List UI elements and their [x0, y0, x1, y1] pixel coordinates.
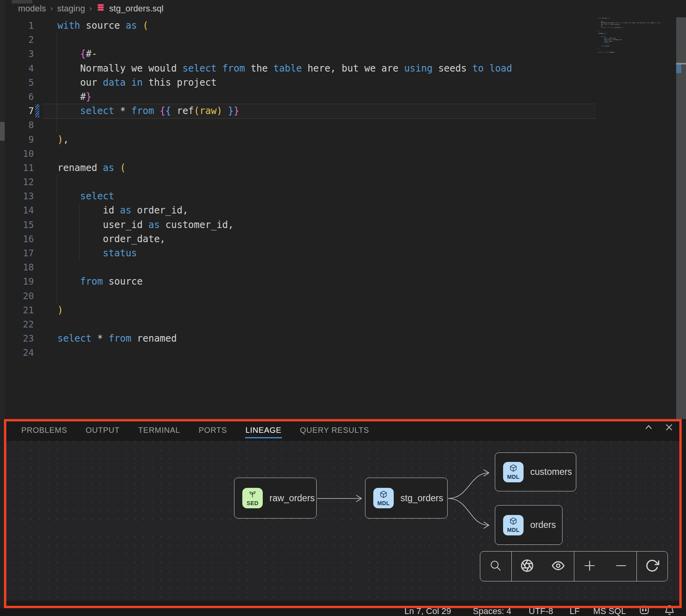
code-editor[interactable]: 1with source as (23 {#-4 Normally we wou…: [5, 17, 595, 420]
mdl-badge: MDL: [503, 515, 524, 535]
code-text: our data in this project: [57, 75, 217, 90]
code-line: 15 user_id as customer_id,: [5, 218, 595, 232]
code-line: 6 #}: [5, 90, 595, 104]
code-text: user_id as customer_id,: [57, 218, 234, 232]
line-number: 6: [5, 90, 34, 104]
tab-lineage[interactable]: LINEAGE: [245, 425, 282, 435]
breadcrumb-item-models[interactable]: models: [18, 4, 46, 14]
tab-ports[interactable]: PORTS: [199, 425, 227, 435]
badge-label: MDL: [507, 527, 520, 533]
tab-query-results[interactable]: QUERY RESULTS: [300, 425, 369, 435]
code-line: 16 order_date,: [5, 232, 595, 246]
eye-button[interactable]: [543, 552, 574, 581]
code-text: order_date,: [57, 232, 166, 246]
line-number: 11: [5, 161, 34, 175]
code-line: 17 status: [5, 246, 595, 260]
node-label: stg_orders: [400, 493, 443, 504]
badge-label: SED: [247, 500, 258, 506]
overview-modified-marker: [676, 64, 681, 73]
scrollbar[interactable]: [676, 17, 686, 419]
modified-line-marker: [35, 104, 39, 118]
status-item-lf[interactable]: LF: [570, 606, 580, 616]
code-text: select: [57, 189, 114, 203]
toolbar-group: [480, 552, 511, 581]
toolbar-group: [511, 552, 574, 581]
code-line: 14 id as order_id,: [5, 203, 595, 217]
lineage-canvas[interactable]: SEDraw_ordersMDLstg_ordersMDLcustomersMD…: [6, 441, 680, 601]
line-number: 7: [5, 104, 34, 118]
line-number: 22: [5, 317, 34, 331]
breadcrumb-file[interactable]: stg_orders.sql: [109, 4, 164, 14]
code-line: 20: [5, 289, 595, 303]
status-bar: Ln 7, Col 29Spaces: 4UTF-8LFMS SQL: [0, 608, 686, 616]
code-text: {#-: [57, 47, 97, 61]
panel-tab-bar: PROBLEMSOUTPUTTERMINALPORTSLINEAGEQUERY …: [5, 419, 686, 441]
badge-label: MDL: [377, 500, 390, 506]
code-line: 2: [5, 33, 595, 47]
status-item-spaces[interactable]: Spaces: 4: [473, 606, 511, 616]
line-number: 10: [5, 147, 34, 161]
lineage-toolbar: [480, 551, 668, 581]
line-number: 20: [5, 289, 34, 303]
tab-problems[interactable]: PROBLEMS: [21, 425, 67, 435]
zoom-in-button[interactable]: [574, 552, 605, 581]
left-scrollbar-thumb[interactable]: [0, 122, 5, 141]
code-line: 11renamed as (: [5, 161, 595, 175]
line-number: 14: [5, 203, 34, 217]
copilot-icon[interactable]: [638, 605, 651, 616]
toolbar-group: [636, 552, 668, 581]
collapse-panel-button[interactable]: [644, 422, 654, 434]
notifications-icon[interactable]: [664, 605, 675, 616]
code-text: select * from {{ ref(raw) }}: [57, 104, 239, 118]
eye-icon: [551, 559, 566, 574]
aperture-button[interactable]: [512, 552, 543, 581]
lineage-node-raw_orders[interactable]: SEDraw_orders: [234, 478, 317, 519]
lineage-node-orders[interactable]: MDLorders: [495, 505, 562, 545]
node-label: raw_orders: [269, 493, 315, 504]
database-icon: [96, 3, 105, 14]
code-text: Normally we would select from the table …: [57, 61, 512, 75]
status-item-utf-8[interactable]: UTF-8: [529, 606, 553, 616]
minimap-line: [598, 53, 671, 55]
lineage-node-stg_orders[interactable]: MDLstg_orders: [365, 478, 448, 519]
code-line: 9),: [5, 132, 595, 147]
line-number: 16: [5, 232, 34, 246]
code-text: ),: [57, 132, 69, 147]
breadcrumb-separator-icon: ›: [50, 4, 53, 13]
line-number: 17: [5, 246, 34, 260]
code-line: 23select * from renamed: [5, 331, 595, 346]
status-item-ln[interactable]: Ln 7, Col 29: [404, 606, 451, 616]
line-number: 23: [5, 331, 34, 346]
line-number: 5: [5, 75, 34, 90]
minimap[interactable]: with source as ( {#- Normally we would s…: [598, 18, 671, 61]
tab-terminal[interactable]: TERMINAL: [138, 425, 180, 435]
code-line: 7 select * from {{ ref(raw) }}: [5, 104, 595, 118]
vscode-window: models›staging› stg_orders.sql 1with sou…: [0, 0, 686, 616]
toolbar-group: [574, 552, 637, 581]
line-number: 2: [5, 33, 34, 47]
code-text: from source: [57, 274, 143, 289]
node-label: customers: [530, 467, 572, 477]
code-text: renamed as (: [57, 161, 125, 175]
code-text: status: [57, 246, 137, 260]
search-button[interactable]: [480, 552, 511, 581]
code-text: select * from renamed: [57, 331, 177, 346]
tab-output[interactable]: OUTPUT: [86, 425, 120, 435]
code-text: id as order_id,: [57, 203, 188, 217]
lineage-edge: [448, 498, 489, 525]
refresh-icon: [645, 559, 659, 574]
line-number: 9: [5, 132, 34, 147]
code-text: with source as (: [57, 18, 148, 33]
status-item-ms[interactable]: MS SQL: [593, 606, 626, 616]
lineage-node-customers[interactable]: MDLcustomers: [495, 452, 576, 491]
code-line: 8: [5, 118, 595, 132]
code-line: 13 select: [5, 189, 595, 203]
code-line: 12: [5, 175, 595, 189]
code-line: 21): [5, 303, 595, 317]
code-text: ): [57, 303, 63, 317]
breadcrumb-item-staging[interactable]: staging: [57, 4, 85, 14]
refresh-button[interactable]: [637, 552, 668, 581]
close-panel-button[interactable]: [664, 422, 674, 434]
line-number: 8: [5, 118, 34, 132]
zoom-out-button[interactable]: [605, 552, 636, 581]
